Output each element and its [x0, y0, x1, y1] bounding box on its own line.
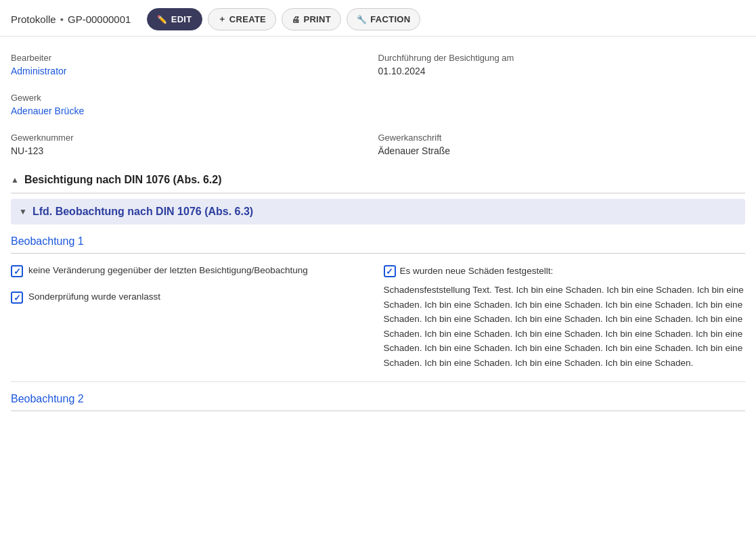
observation-1-title: Beobachtung 1	[11, 235, 745, 254]
action-button[interactable]: 🔧 fACTION	[347, 8, 420, 30]
checkbox-sonderpruefung-box[interactable]: ✓	[11, 291, 23, 304]
gewerkanschrift-value: Ädenauer Straße	[378, 145, 746, 156]
gewerkanschrift-field: Gewerkanschrift Ädenauer Straße	[378, 127, 746, 162]
page-header: Protokolle • GP-00000001 ✏️ EDIT ＋ CREAT…	[0, 0, 756, 37]
gewerk-value: Adenauer Brücke	[11, 106, 378, 116]
gewerk-label: Gewerk	[11, 93, 378, 103]
observation-1-right: ✓ Es wurden neue Schäden festgestellt: S…	[384, 264, 746, 371]
observation-2-title: Beobachtung 2	[11, 393, 745, 411]
checkmark-icon: ✓	[14, 267, 21, 276]
breadcrumb-main: Protokolle	[11, 14, 56, 25]
empty-field	[378, 87, 746, 122]
durchfuehrung-value: 01.10.2024	[378, 66, 746, 76]
damage-checkmark-icon: ✓	[386, 267, 393, 276]
create-label: CREATE	[229, 14, 266, 24]
observation-1-grid: ✓ keine Veränderung gegenüber der letzte…	[11, 264, 745, 371]
bearbeiter-field: Bearbeiter Administrator	[11, 47, 378, 82]
observation-1: Beobachtung 1 ✓ keine Veränderung gegenü…	[11, 235, 745, 371]
observation-2: Beobachtung 2	[11, 393, 745, 411]
create-button[interactable]: ＋ CREATE	[208, 8, 277, 30]
print-label: PRINT	[303, 14, 331, 24]
checkbox-sonderpruefung-label: Sonderprüfung wurde veranlasst	[28, 291, 160, 304]
durchfuehrung-label: Durchführung der Besichtigung am	[378, 53, 746, 63]
edit-button[interactable]: ✏️ EDIT	[147, 8, 202, 30]
main-content: Bearbeiter Administrator Durchführung de…	[0, 37, 756, 411]
section2-chevron-icon: ▼	[19, 207, 27, 216]
gewerk-field: Gewerk Adenauer Brücke	[11, 87, 378, 122]
gewerknummer-field: Gewerknummer NU-123	[11, 127, 378, 162]
edit-label: EDIT	[171, 14, 192, 24]
field-grid-top: Bearbeiter Administrator Durchführung de…	[11, 47, 745, 82]
gewerknummer-value: NU-123	[11, 145, 378, 156]
action-label: fACTION	[370, 14, 410, 24]
section2-title: Lfd. Beobachtung nach DIN 1076 (Abs. 6.3…	[32, 206, 253, 218]
edit-icon: ✏️	[157, 15, 167, 24]
print-icon: 🖨	[292, 15, 300, 24]
bearbeiter-label: Bearbeiter	[11, 53, 378, 63]
create-icon: ＋	[218, 14, 226, 25]
toolbar: ✏️ EDIT ＋ CREATE 🖨 PRINT 🔧 fACTION	[147, 8, 420, 30]
action-icon: 🔧	[357, 15, 367, 24]
breadcrumb: Protokolle • GP-00000001	[11, 14, 131, 25]
checkbox-sonderpruefung: ✓ Sonderprüfung wurde veranlasst	[11, 291, 373, 304]
print-button[interactable]: 🖨 PRINT	[282, 8, 341, 30]
gewerknummer-label: Gewerknummer	[11, 133, 378, 143]
damage-checkbox-box[interactable]: ✓	[384, 265, 396, 277]
section2-header[interactable]: ▼ Lfd. Beobachtung nach DIN 1076 (Abs. 6…	[11, 199, 745, 225]
section1-title: Besichtigung nach DIN 1076 (Abs. 6.2)	[24, 174, 222, 186]
checkbox-no-change: ✓ keine Veränderung gegenüber der letzte…	[11, 264, 373, 277]
section1-header[interactable]: ▲ Besichtigung nach DIN 1076 (Abs. 6.2)	[11, 167, 745, 193]
field-grid-gewerk: Gewerk Adenauer Brücke	[11, 87, 745, 122]
checkbox-no-change-box[interactable]: ✓	[11, 265, 23, 277]
section1-chevron-icon: ▲	[11, 175, 19, 185]
damage-title: ✓ Es wurden neue Schäden festgestellt:	[384, 264, 746, 277]
gewerkanschrift-label: Gewerkanschrift	[378, 133, 746, 143]
checkbox-no-change-label: keine Veränderung gegenüber der letzten …	[28, 264, 308, 277]
damage-text: Schadensfeststellung Text. Test. Ich bin…	[384, 283, 746, 371]
observation-1-left: ✓ keine Veränderung gegenüber der letzte…	[11, 264, 373, 371]
divider-1	[11, 381, 745, 382]
field-grid-nummer: Gewerknummer NU-123 Gewerkanschrift Äden…	[11, 127, 745, 162]
bearbeiter-value: Administrator	[11, 66, 378, 76]
checkmark2-icon: ✓	[14, 294, 21, 302]
durchfuehrung-field: Durchführung der Besichtigung am 01.10.2…	[378, 47, 746, 82]
breadcrumb-separator: •	[60, 14, 64, 25]
breadcrumb-id: GP-00000001	[68, 14, 131, 25]
